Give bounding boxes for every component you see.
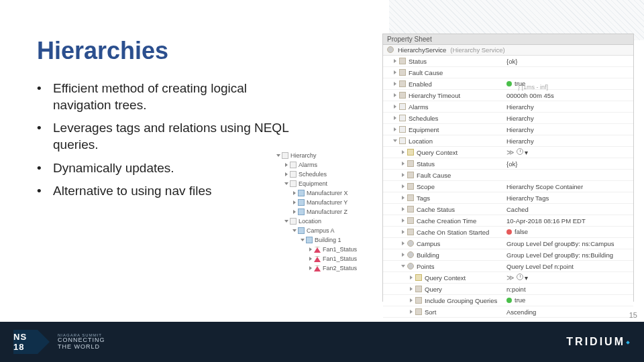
chevron-icon[interactable]: [402, 184, 405, 188]
tree-row[interactable]: Fan1_Status: [275, 245, 374, 254]
chevron-icon[interactable]: [394, 93, 396, 97]
expand-icon[interactable]: [285, 172, 288, 176]
property-value: Cached: [504, 206, 633, 213]
row-icon: [399, 80, 406, 87]
property-row[interactable]: CampusGroup Level Def groupBy: ns:Campus: [383, 238, 633, 249]
property-row[interactable]: Hierarchy Timeout00000h 00m 45s: [383, 90, 633, 101]
chevron-icon[interactable]: [394, 70, 396, 74]
property-row[interactable]: BuildingGroup Level Def groupBy: ns:Buil…: [383, 249, 633, 261]
chevron-icon[interactable]: [410, 276, 413, 280]
property-row[interactable]: Include Grouping Queriestrue: [383, 295, 633, 306]
tree-row[interactable]: Manufacturer Y: [275, 198, 374, 207]
property-name: Query Context: [425, 274, 466, 282]
chevron-icon[interactable]: [402, 219, 405, 223]
status-dot-icon: [506, 298, 512, 303]
property-row[interactable]: Fault Cause: [383, 170, 633, 181]
tree-row[interactable]: Building 1: [275, 235, 374, 245]
chevron-icon[interactable]: [402, 253, 405, 257]
tree-row[interactable]: Schedules: [275, 170, 374, 179]
row-icon: [415, 286, 422, 292]
row-icon: [399, 137, 406, 144]
chevron-icon[interactable]: [394, 127, 396, 131]
property-row[interactable]: Query Context≫ ▾: [383, 147, 633, 158]
tree-label: Manufacturer Y: [307, 199, 347, 206]
property-row[interactable]: TagsHierarchy Tags: [383, 192, 633, 204]
property-row[interactable]: AlarmsHierarchy: [383, 101, 633, 113]
property-row[interactable]: SchedulesHierarchy: [383, 113, 633, 124]
expand-icon[interactable]: [293, 200, 296, 204]
expand-icon[interactable]: [284, 220, 288, 223]
property-row[interactable]: Cache StatusCached: [383, 204, 633, 215]
property-row[interactable]: EquipmentHierarchy: [383, 124, 633, 135]
property-root-row[interactable]: HierarchyService (Hierarchy Service): [383, 45, 633, 56]
chevron-icon[interactable]: [394, 82, 396, 86]
tree-label: Manufacturer Z: [307, 208, 347, 215]
property-row[interactable]: SortAscending: [383, 306, 633, 318]
chevron-icon[interactable]: [402, 207, 405, 211]
property-row[interactable]: Fault Cause: [383, 67, 633, 78]
property-row[interactable]: Status{ok}: [383, 158, 633, 170]
status-dot-icon: [506, 229, 512, 235]
expand-icon[interactable]: [292, 229, 297, 232]
chevron-icon[interactable]: [402, 241, 405, 245]
chevron-icon[interactable]: [402, 173, 405, 177]
blue-icon: [298, 190, 305, 196]
chevron-icon[interactable]: [410, 310, 413, 314]
page-number: 15: [629, 311, 637, 319]
property-row[interactable]: Enabledtrue: [383, 78, 633, 90]
gear-icon: [387, 46, 394, 53]
expand-icon[interactable]: [293, 210, 296, 214]
chevron-icon[interactable]: [394, 59, 396, 63]
chevron-icon[interactable]: [402, 150, 405, 154]
chevron-icon[interactable]: [401, 265, 405, 267]
expand-icon[interactable]: [284, 182, 288, 185]
property-value: ≫ ▾: [504, 148, 633, 157]
property-name: Cache Creation Time: [417, 217, 476, 225]
tree-row[interactable]: Fan1_Status: [275, 254, 374, 263]
property-row[interactable]: Queryn:point: [383, 284, 633, 295]
expand-icon[interactable]: [309, 266, 312, 270]
property-name: Cache On Station Started: [417, 229, 489, 236]
tree-row[interactable]: Manufacturer Z: [275, 207, 374, 217]
expand-icon[interactable]: [276, 154, 280, 157]
chevron-icon[interactable]: [402, 230, 405, 234]
expand-right-icon[interactable]: ≫: [506, 148, 515, 157]
chevron-icon[interactable]: [394, 105, 396, 109]
property-row[interactable]: Cache On Station Startedfalse: [383, 227, 633, 238]
property-row[interactable]: LocationHierarchy: [383, 135, 633, 147]
property-row[interactable]: Status{ok}: [383, 56, 633, 67]
property-name: Equipment: [409, 126, 439, 133]
chevron-icon[interactable]: [410, 287, 413, 291]
property-row[interactable]: Cache Creation Time10-Apr-2018 08:16 PM …: [383, 215, 633, 227]
property-value: true: [504, 296, 633, 304]
property-row[interactable]: PointsQuery Level Def n:point: [383, 261, 633, 272]
tree-row[interactable]: Alarms: [275, 160, 374, 170]
row-icon: [399, 103, 406, 110]
row-icon: [407, 194, 414, 201]
tree-row[interactable]: Location: [275, 217, 374, 226]
bullet-text: Leverages tags and relations using NEQL …: [53, 120, 292, 153]
expand-icon[interactable]: [301, 239, 305, 241]
tree-row[interactable]: Equipment: [275, 179, 374, 188]
tree-row[interactable]: Hierarchy: [275, 151, 374, 160]
expand-icon[interactable]: [285, 163, 288, 167]
property-row[interactable]: Query Context≫ ▾: [383, 272, 633, 284]
tree-row[interactable]: Campus A: [275, 226, 374, 235]
chevron-icon[interactable]: [402, 196, 405, 200]
chevron-icon[interactable]: [393, 139, 397, 142]
clock-icon[interactable]: [517, 274, 523, 280]
chevron-icon[interactable]: [402, 162, 405, 166]
property-name: Hierarchy Timeout: [409, 92, 460, 99]
tree-label: Hierarchy: [290, 152, 317, 159]
expand-icon[interactable]: [309, 247, 312, 251]
property-name: Query Context: [417, 149, 458, 156]
clock-icon[interactable]: [517, 148, 523, 155]
chevron-icon[interactable]: [410, 298, 413, 302]
chevron-icon[interactable]: [394, 116, 396, 120]
expand-icon[interactable]: [293, 191, 296, 195]
expand-right-icon[interactable]: ≫: [506, 274, 515, 282]
tree-row[interactable]: Fan2_Status: [275, 263, 374, 273]
tree-row[interactable]: Manufacturer X: [275, 188, 374, 198]
expand-icon[interactable]: [309, 257, 312, 261]
property-row[interactable]: ScopeHierarchy Scope Container: [383, 181, 633, 192]
